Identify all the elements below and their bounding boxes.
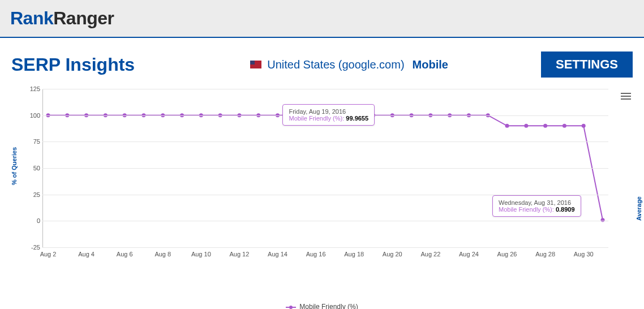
x-tick-label: Aug 8 xyxy=(154,251,171,258)
y-tick-label: 75 xyxy=(24,138,40,145)
us-flag-icon xyxy=(250,61,261,68)
x-tick-label: Aug 30 xyxy=(574,251,594,258)
svg-point-24 xyxy=(505,124,509,128)
x-tick-label: Aug 6 xyxy=(117,251,133,258)
y-tick-label: 50 xyxy=(24,165,40,171)
x-tick-label: Aug 4 xyxy=(78,251,95,258)
svg-point-27 xyxy=(563,124,566,128)
chart-container: % of Queries Average -250255075100125Aug… xyxy=(11,83,633,287)
region-country: United States (google.com) xyxy=(267,58,404,71)
topbar: RankRanger xyxy=(0,0,644,38)
x-tick-label: Aug 26 xyxy=(497,251,517,258)
x-tick-label: Aug 14 xyxy=(268,251,287,258)
x-tick-label: Aug 12 xyxy=(229,251,249,258)
y-tick-label: 0 xyxy=(24,217,40,224)
legend-label: Mobile Friendly (%) xyxy=(299,303,358,309)
settings-button[interactable]: SETTINGS xyxy=(541,52,633,78)
y-tick-label: -25 xyxy=(24,244,40,251)
gridline xyxy=(42,247,608,248)
x-tick-label: Aug 24 xyxy=(459,251,479,258)
x-tick-label: Aug 28 xyxy=(535,251,555,258)
chart-plot[interactable]: -250255075100125Aug 2Aug 4Aug 6Aug 8Aug … xyxy=(42,89,608,247)
region-selector[interactable]: United States (google.com) Mobile xyxy=(157,58,541,71)
header-row: SERP Insights United States (google.com)… xyxy=(0,38,644,83)
gridline xyxy=(42,168,608,169)
y-axis-title: % of Queries xyxy=(11,147,18,185)
chart-menu-icon[interactable] xyxy=(621,91,631,101)
chart-tooltip: Friday, Aug 19, 2016Mobile Friendly (%):… xyxy=(282,104,375,126)
svg-point-26 xyxy=(543,124,547,128)
chart-legend: Mobile Friendly (%) xyxy=(0,287,644,309)
logo-part2: Ranger xyxy=(53,8,114,28)
x-tick-label: Aug 16 xyxy=(306,251,326,258)
svg-point-25 xyxy=(524,124,528,128)
gridline xyxy=(42,221,608,221)
y-tick-label: 100 xyxy=(24,112,40,119)
gridline xyxy=(42,141,608,142)
y-tick-label: 125 xyxy=(24,85,40,92)
gridline xyxy=(42,89,608,89)
y-tick-label: 25 xyxy=(24,191,40,198)
x-tick-label: Aug 18 xyxy=(344,251,364,258)
legend-marker-icon xyxy=(286,307,296,308)
chart-tooltip: Wednesday, Aug 31, 2016Mobile Friendly (… xyxy=(492,195,581,217)
svg-point-28 xyxy=(582,124,586,128)
x-tick-label: Aug 2 xyxy=(40,251,57,258)
right-axis-title: Average xyxy=(636,196,642,221)
logo-part1: Rank xyxy=(10,8,53,28)
x-tick-label: Aug 22 xyxy=(420,251,440,258)
page-title: SERP Insights xyxy=(11,54,135,75)
x-tick-label: Aug 20 xyxy=(383,251,402,258)
region-device: Mobile xyxy=(413,58,448,71)
logo: RankRanger xyxy=(10,8,114,28)
x-tick-label: Aug 10 xyxy=(191,251,211,258)
